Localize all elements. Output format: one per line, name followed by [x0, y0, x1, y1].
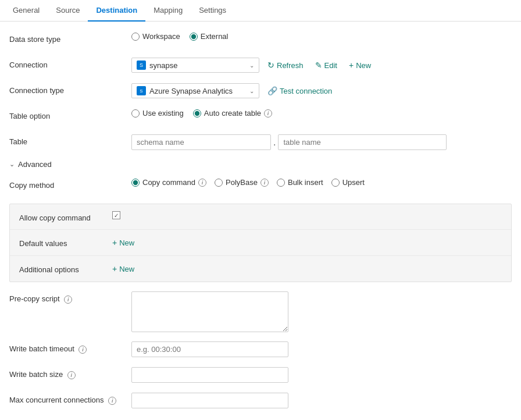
workspace-radio-label: Workspace [142, 32, 180, 41]
edit-button[interactable]: ✎ Edit [312, 58, 341, 72]
copy-command-radio[interactable]: Copy command i [131, 178, 206, 187]
connection-type-controls: S Azure Synapse Analytics ⌄ 🔗 Test conne… [131, 83, 512, 98]
advanced-label: Advanced [18, 160, 52, 169]
table-label: Table [9, 134, 131, 146]
new-connection-label: New [356, 61, 371, 70]
synapse-icon: S [137, 86, 146, 95]
write-batch-timeout-input[interactable] [131, 341, 288, 357]
polybase-label: PolyBase [226, 178, 258, 187]
pre-copy-script-textarea[interactable] [131, 291, 288, 332]
polybase-radio-input[interactable] [215, 179, 223, 187]
default-values-new-button[interactable]: + New [112, 237, 134, 248]
default-values-plus-icon: + [112, 238, 117, 247]
data-store-type-controls: Workspace External [131, 32, 512, 41]
copy-command-radio-input[interactable] [131, 179, 140, 187]
advanced-section[interactable]: ⌄ Advanced [9, 160, 512, 169]
write-batch-size-input[interactable] [131, 367, 288, 383]
connection-type-label: Connection type [9, 83, 131, 95]
auto-create-info-icon[interactable]: i [264, 109, 272, 118]
additional-options-new-button[interactable]: + New [112, 263, 134, 275]
max-concurrent-info-icon[interactable]: i [108, 397, 116, 405]
default-values-new-label: New [119, 239, 134, 247]
test-connection-label: Test connection [280, 87, 332, 95]
auto-create-label: Auto create table [204, 109, 261, 118]
additional-options-controls: + New [112, 263, 502, 275]
tab-settings[interactable]: Settings [191, 0, 234, 22]
write-batch-size-label: Write batch size i [9, 367, 131, 379]
refresh-icon: ↻ [267, 60, 274, 70]
bulk-insert-label: Bulk insert [288, 178, 323, 187]
external-radio[interactable]: External [190, 32, 229, 41]
test-connection-icon: 🔗 [267, 86, 277, 95]
use-existing-radio[interactable]: Use existing [131, 109, 184, 118]
max-concurrent-label: Max concurrent connections i [9, 393, 131, 405]
table-name-inputs: . [131, 134, 447, 150]
plus-icon: + [349, 60, 354, 70]
tab-general[interactable]: General [5, 0, 48, 22]
copy-method-controls: Copy command i PolyBase i Bulk insert Up… [131, 178, 512, 187]
destination-form: Data store type Workspace External Conne… [0, 22, 521, 420]
connection-row: Connection S synapse ⌄ ↻ Refresh ✎ Edit … [9, 58, 512, 74]
additional-options-plus-icon: + [112, 264, 117, 273]
bulk-insert-radio-input[interactable] [277, 179, 285, 187]
allow-copy-command-controls: ✓ [112, 211, 502, 219]
default-values-row: Default values + New [10, 230, 511, 256]
allow-copy-command-label: Allow copy command [19, 211, 112, 222]
table-controls: . [131, 134, 512, 150]
table-name-input[interactable] [278, 134, 447, 150]
connection-value: synapse [149, 61, 246, 70]
connection-dropdown[interactable]: S synapse ⌄ [131, 58, 259, 73]
external-radio-input[interactable] [190, 33, 198, 41]
connection-type-row: Connection type S Azure Synapse Analytic… [9, 83, 512, 99]
workspace-radio-input[interactable] [131, 33, 140, 41]
refresh-button[interactable]: ↻ Refresh [264, 58, 307, 72]
write-batch-timeout-label: Write batch timeout i [9, 341, 131, 354]
pre-copy-info-icon[interactable]: i [64, 296, 72, 304]
allow-copy-command-checkbox[interactable]: ✓ [112, 211, 120, 219]
write-batch-size-info-icon[interactable]: i [67, 371, 76, 379]
tab-destination[interactable]: Destination [88, 0, 145, 22]
use-existing-radio-input[interactable] [131, 109, 140, 118]
max-concurrent-controls [131, 393, 512, 408]
write-batch-timeout-info-icon[interactable]: i [78, 346, 87, 354]
table-row: Table . [9, 134, 512, 151]
connection-label: Connection [9, 58, 131, 69]
copy-command-label: Copy command [142, 178, 195, 187]
upsert-radio-input[interactable] [331, 179, 340, 187]
max-concurrent-row: Max concurrent connections i [9, 393, 512, 409]
connection-type-dropdown[interactable]: S Azure Synapse Analytics ⌄ [131, 83, 259, 98]
copy-command-section: Allow copy command ✓ Default values + Ne… [9, 204, 512, 282]
additional-options-new-label: New [119, 265, 134, 273]
test-connection-button[interactable]: 🔗 Test connection [264, 84, 336, 98]
auto-create-radio[interactable]: Auto create table i [193, 109, 272, 118]
upsert-label: Upsert [342, 178, 365, 187]
connection-controls: S synapse ⌄ ↻ Refresh ✎ Edit + New [131, 58, 512, 73]
copy-method-label: Copy method [9, 178, 131, 190]
table-option-radio-group: Use existing Auto create table i [131, 109, 272, 118]
schema-name-input[interactable] [131, 134, 271, 150]
default-values-label: Default values [19, 237, 112, 248]
tab-source[interactable]: Source [48, 0, 88, 22]
workspace-radio[interactable]: Workspace [131, 32, 180, 41]
max-concurrent-input[interactable] [131, 393, 288, 408]
auto-create-radio-input[interactable] [193, 109, 201, 118]
dot-separator: . [273, 137, 276, 148]
allow-copy-command-row: Allow copy command ✓ [10, 204, 511, 230]
refresh-label: Refresh [277, 61, 304, 70]
copy-method-row: Copy method Copy command i PolyBase i Bu… [9, 178, 512, 194]
polybase-radio[interactable]: PolyBase i [215, 178, 269, 187]
additional-options-row: Additional options + New [10, 256, 511, 282]
upsert-radio[interactable]: Upsert [331, 178, 365, 187]
bulk-insert-radio[interactable]: Bulk insert [277, 178, 323, 187]
tab-mapping[interactable]: Mapping [145, 0, 191, 22]
write-batch-size-row: Write batch size i [9, 367, 512, 383]
external-radio-label: External [201, 32, 229, 41]
table-option-controls: Use existing Auto create table i [131, 109, 512, 118]
chevron-down-icon-2: ⌄ [249, 88, 254, 94]
new-connection-button[interactable]: + New [345, 58, 374, 72]
polybase-info-icon[interactable]: i [260, 179, 269, 187]
write-batch-timeout-row: Write batch timeout i [9, 341, 512, 358]
copy-command-info-icon[interactable]: i [198, 179, 206, 187]
pre-copy-script-controls [131, 291, 512, 332]
edit-icon: ✎ [315, 60, 322, 70]
